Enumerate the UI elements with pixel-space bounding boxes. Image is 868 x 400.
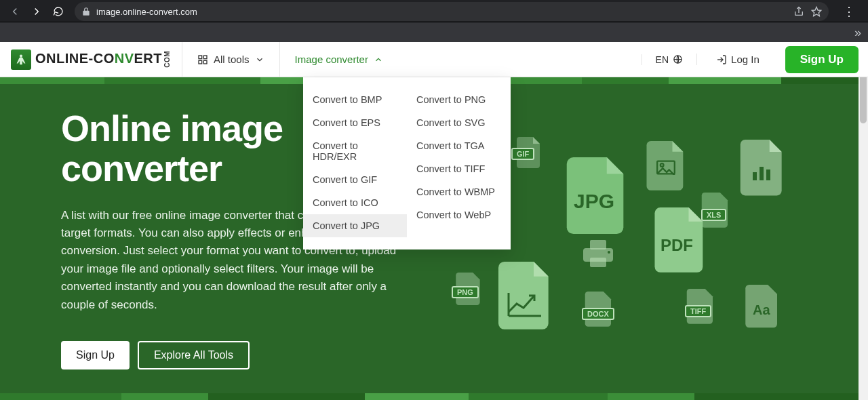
login-label: Log In xyxy=(731,54,760,65)
dropdown-item[interactable]: Convert to PNG xyxy=(407,88,511,111)
dropdown-item[interactable]: Convert to BMP xyxy=(303,88,407,111)
signup-button[interactable]: Sign Up xyxy=(785,46,859,73)
site-logo[interactable]: ONLINE-CONVERTCOM xyxy=(0,42,182,77)
nav-all-tools-label: All tools xyxy=(214,54,250,65)
language-label: EN xyxy=(656,54,669,65)
dropdown-item[interactable]: Convert to HDR/EXR xyxy=(303,134,407,168)
back-icon[interactable] xyxy=(5,2,24,21)
svg-marker-1 xyxy=(812,7,821,16)
svg-rect-3 xyxy=(199,56,202,59)
dropdown-item[interactable]: Convert to GIF xyxy=(303,168,407,191)
nav-image-converter[interactable]: Image converter xyxy=(280,42,398,77)
reload-icon[interactable] xyxy=(49,2,68,21)
dropdown-item[interactable]: Convert to EPS xyxy=(303,111,407,134)
share-icon[interactable] xyxy=(793,6,804,17)
hero-explore-button[interactable]: Explore All Tools xyxy=(138,341,250,369)
omnibox[interactable]: image.online-convert.com xyxy=(75,2,829,21)
login-link[interactable]: Log In xyxy=(696,54,778,65)
dropdown-item[interactable]: Convert to WebP xyxy=(407,203,511,226)
browser-chrome: image.online-convert.com ⋮ » xyxy=(0,0,868,42)
hero-signup-button[interactable]: Sign Up xyxy=(61,341,130,369)
svg-rect-5 xyxy=(199,60,202,64)
image-converter-dropdown: Convert to BMPConvert to EPSConvert to H… xyxy=(303,77,511,249)
dropdown-item[interactable]: Convert to TGA xyxy=(407,134,511,157)
page-scrollbar[interactable] xyxy=(859,42,868,400)
dropdown-item[interactable]: Convert to JPG xyxy=(303,214,407,237)
language-switcher[interactable]: EN xyxy=(642,54,696,65)
logo-text: ONLINE-CONVERTCOM xyxy=(35,51,171,68)
dropdown-item[interactable]: Convert to SVG xyxy=(407,111,511,134)
login-icon xyxy=(716,54,727,65)
svg-point-2 xyxy=(20,54,22,57)
omnibox-url: image.online-convert.com xyxy=(96,7,197,17)
hero-bottom-stripe xyxy=(0,393,868,400)
chevron-down-icon xyxy=(255,55,264,64)
dropdown-item[interactable]: Convert to ICO xyxy=(303,191,407,214)
dropdown-item[interactable]: Convert to WBMP xyxy=(407,180,511,203)
dropdown-item[interactable]: Convert to TIFF xyxy=(407,157,511,180)
svg-rect-6 xyxy=(203,60,207,64)
nav-image-converter-label: Image converter xyxy=(295,54,368,65)
tabs-overflow-icon[interactable]: » xyxy=(854,26,861,39)
logo-mark-icon xyxy=(11,49,31,70)
lock-icon xyxy=(81,7,91,16)
chrome-menu-icon[interactable]: ⋮ xyxy=(835,4,863,19)
forward-icon[interactable] xyxy=(27,2,46,21)
chevron-up-icon xyxy=(374,55,383,64)
site-topnav: ONLINE-CONVERTCOM All tools Image conver… xyxy=(0,42,868,77)
chrome-tabstrip: » xyxy=(0,22,868,42)
globe-icon xyxy=(673,54,683,64)
nav-all-tools[interactable]: All tools xyxy=(182,42,280,77)
grid-icon xyxy=(197,54,208,65)
star-icon[interactable] xyxy=(811,6,822,17)
svg-rect-4 xyxy=(203,56,207,59)
